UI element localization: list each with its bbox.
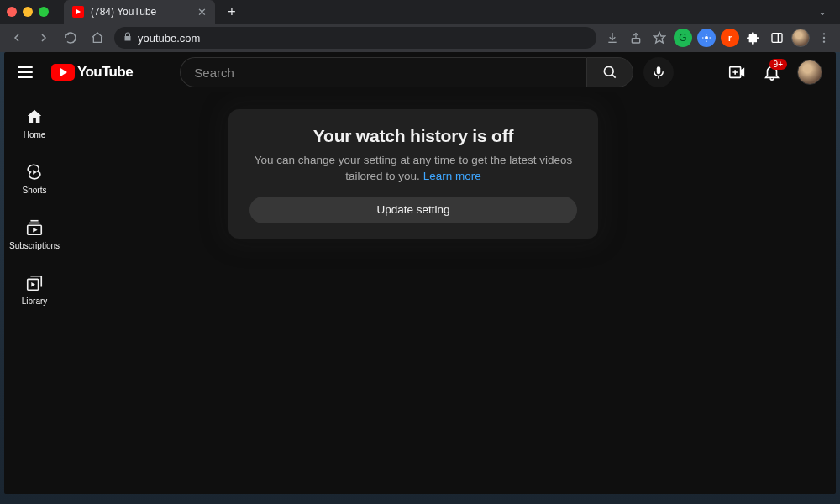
chrome-menu-icon[interactable] [815,29,833,47]
tabs-overflow-icon[interactable]: ⌄ [811,3,833,21]
shorts-icon [25,163,44,181]
window-controls [7,7,49,17]
svg-point-7 [823,40,825,42]
account-avatar[interactable] [797,60,822,85]
rail-item-subscriptions[interactable]: Subscriptions [8,207,61,262]
svg-marker-16 [33,170,37,175]
browser-tab-bar: (784) YouTube ✕ + ⌄ [0,0,840,24]
svg-rect-10 [657,66,661,74]
rail-item-library[interactable]: Library [8,262,61,318]
subscriptions-icon [25,218,44,237]
minimize-window-button[interactable] [23,7,33,17]
extension-2-icon[interactable] [697,29,716,47]
nav-rail: Home Shorts Subscriptions Library [4,92,65,494]
back-button[interactable] [7,28,27,48]
svg-point-2 [705,36,708,39]
notice-title: Your watch history is off [245,126,581,146]
voice-search-button[interactable] [643,57,674,87]
update-setting-button[interactable]: Update setting [249,197,577,223]
youtube-logo-text: YouTube [77,64,133,81]
share-icon[interactable] [627,29,645,47]
youtube-app: YouTube 9+ [4,52,836,494]
menu-icon[interactable] [18,62,38,82]
rail-label: Library [22,297,48,306]
youtube-favicon [72,6,84,18]
extension-1-icon[interactable]: G [674,29,692,47]
svg-point-8 [605,66,614,76]
browser-tab-active[interactable]: (784) YouTube ✕ [64,0,215,24]
browser-toolbar: youtube.com G r [0,24,840,52]
extension-reddit-icon[interactable]: r [721,29,739,47]
svg-rect-3 [772,34,782,43]
profile-avatar-chrome[interactable] [791,29,810,47]
search-button[interactable] [586,57,633,87]
search-input[interactable] [194,66,573,80]
notice-description: You can change your setting at any time … [245,153,581,185]
extension-icons: G r [603,29,833,47]
bookmark-star-icon[interactable] [650,29,669,47]
tab-title: (784) YouTube [91,6,156,18]
library-icon [25,274,44,292]
youtube-logo[interactable]: YouTube [51,64,133,81]
search-form [180,57,633,87]
download-icon[interactable] [603,29,622,47]
close-window-button[interactable] [7,7,17,17]
url-text: youtube.com [138,32,200,45]
extensions-puzzle-icon[interactable] [744,29,763,47]
rail-label: Home [24,130,46,139]
yt-header: YouTube 9+ [4,52,836,92]
svg-marker-1 [654,32,664,43]
svg-line-9 [612,75,616,78]
home-icon [25,108,44,126]
create-button[interactable] [727,62,747,82]
notifications-badge: 9+ [769,59,787,70]
youtube-logo-icon [51,64,75,81]
new-tab-button[interactable]: + [222,2,242,22]
side-panel-icon[interactable] [768,29,786,47]
search-input-container[interactable] [180,57,586,87]
rail-label: Shorts [23,186,47,195]
notice-desc-text: You can change your setting at any time … [255,154,573,182]
lock-icon [123,32,133,44]
svg-marker-20 [33,228,38,233]
home-button[interactable] [87,28,108,48]
svg-marker-22 [31,282,35,287]
address-bar[interactable]: youtube.com [114,27,596,49]
svg-point-5 [823,33,825,34]
learn-more-link[interactable]: Learn more [423,170,481,182]
rail-item-home[interactable]: Home [8,96,61,151]
forward-button[interactable] [34,28,54,48]
watch-history-notice: Your watch history is off You can change… [228,109,598,239]
svg-point-6 [823,37,825,39]
close-tab-icon[interactable]: ✕ [197,6,207,18]
notifications-button[interactable]: 9+ [762,62,782,82]
main-content: Your watch history is off You can change… [65,92,836,494]
rail-label: Subscriptions [9,241,60,250]
rail-item-shorts[interactable]: Shorts [8,151,61,207]
reload-button[interactable] [60,28,81,48]
fullscreen-window-button[interactable] [39,7,49,17]
